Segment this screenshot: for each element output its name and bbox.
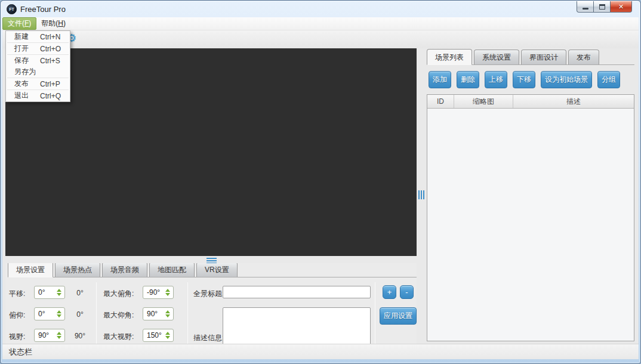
max-pitch-up-stepper[interactable]: 90° <box>143 307 174 320</box>
maximize-icon <box>599 4 605 10</box>
max-pitch-down-value: -90° <box>147 288 160 297</box>
tab-map-matching[interactable]: 地图匹配 <box>149 263 195 277</box>
move-up-button[interactable]: 上移 <box>485 71 507 88</box>
tab-scene-hotspots[interactable]: 场景热点 <box>55 263 100 277</box>
column-header-id[interactable]: ID <box>427 95 454 108</box>
fov-stepper[interactable]: 90° <box>34 329 65 342</box>
menu-item-label: 打开 <box>14 44 40 54</box>
minimize-icon <box>583 8 588 10</box>
tilt-label: 俯仰: <box>9 310 25 320</box>
menu-item-shortcut: Ctrl+S <box>40 57 60 65</box>
pano-title-input[interactable] <box>223 286 371 298</box>
pan-current-value: 0° <box>68 289 92 297</box>
app-logo-icon: FT <box>7 4 17 14</box>
pan-value: 0° <box>38 288 45 297</box>
menu-item-save[interactable]: 保存 Ctrl+S <box>6 55 70 66</box>
menu-help-label-close: ) <box>63 19 66 27</box>
menu-item-label: 发布 <box>14 79 40 89</box>
toolbar: ⚙ <box>2 30 639 48</box>
max-pitch-down-label: 最大俯角: <box>103 289 134 299</box>
menu-help[interactable]: 帮助(H) <box>36 17 70 30</box>
tilt-stepper[interactable]: 0° <box>34 307 65 320</box>
menu-item-new[interactable]: 新建 Ctrl+N <box>6 31 70 42</box>
window-controls: ✕ <box>577 1 632 13</box>
scene-table: ID 缩略图 描述 <box>427 94 634 341</box>
description-label: 描述信息: <box>193 333 224 343</box>
menu-file-label-close: ) <box>29 19 31 27</box>
window-title: FreeTour Pro <box>20 5 66 14</box>
zoom-out-button[interactable]: - <box>400 285 414 299</box>
max-fov-arrows-icon[interactable] <box>165 332 170 339</box>
close-icon: ✕ <box>618 4 624 10</box>
scene-list-toolbar: 添加 删除 上移 下移 设为初始场景 分组 <box>429 71 620 88</box>
pan-stepper[interactable]: 0° <box>34 286 65 299</box>
max-pitch-down-arrows-icon[interactable] <box>165 289 170 296</box>
tilt-value: 0° <box>38 310 45 318</box>
delete-scene-button[interactable]: 删除 <box>457 71 479 88</box>
fov-current-value: 90° <box>68 332 92 340</box>
status-text: 状态栏 <box>9 347 32 357</box>
max-fov-stepper[interactable]: 150° <box>143 329 174 342</box>
max-pitch-up-value: 90° <box>147 310 158 318</box>
max-pitch-up-arrows-icon[interactable] <box>165 310 170 317</box>
menu-bar: 文件(F) 帮助(H) <box>2 17 639 30</box>
menu-item-save-as[interactable]: 另存为 <box>6 66 70 78</box>
form-divider <box>96 282 97 344</box>
menu-file[interactable]: 文件(F) <box>2 17 36 30</box>
tab-system-settings[interactable]: 系统设置 <box>474 50 519 64</box>
pan-stepper-arrows-icon[interactable] <box>57 289 61 296</box>
titlebar[interactable]: FT FreeTour Pro ✕ <box>1 1 640 17</box>
move-down-button[interactable]: 下移 <box>513 71 535 88</box>
app-window: FT FreeTour Pro ✕ 文件(F) 帮助(H) ⚙ 场景列表 系统 <box>0 0 641 364</box>
form-divider <box>375 282 375 344</box>
menu-item-label: 新建 <box>14 32 40 42</box>
menu-item-label: 退出 <box>14 91 40 101</box>
minimize-button[interactable] <box>577 1 594 13</box>
tab-ui-design[interactable]: 界面设计 <box>521 50 566 64</box>
menu-item-open[interactable]: 打开 Ctrl+O <box>6 43 70 54</box>
fov-value: 90° <box>38 331 49 340</box>
zoom-in-button[interactable]: + <box>383 285 396 299</box>
pano-title-label: 全景标题: <box>193 289 224 299</box>
menu-item-exit[interactable]: 退出 Ctrl+Q <box>6 90 70 101</box>
form-divider <box>187 282 188 344</box>
apply-settings-button[interactable]: 应用设置 <box>380 307 417 325</box>
status-bar: 状态栏 <box>2 344 639 359</box>
tab-scene-audio[interactable]: 场景音频 <box>102 263 147 277</box>
description-textarea[interactable] <box>223 307 371 344</box>
group-button[interactable]: 分组 <box>597 71 620 88</box>
add-scene-button[interactable]: 添加 <box>429 71 451 88</box>
close-button[interactable]: ✕ <box>610 1 632 13</box>
vertical-splitter-grip-icon <box>418 190 424 199</box>
tab-publish[interactable]: 发布 <box>568 50 599 64</box>
max-pitch-up-label: 最大仰角: <box>103 310 134 320</box>
menu-item-label: 另存为 <box>14 67 40 77</box>
menu-item-shortcut: Ctrl+Q <box>40 92 61 100</box>
max-fov-label: 最大视野: <box>103 332 134 342</box>
max-pitch-down-stepper[interactable]: -90° <box>143 286 174 299</box>
fov-stepper-arrows-icon[interactable] <box>57 332 61 339</box>
fov-label: 视野: <box>9 332 25 342</box>
tab-scene-settings[interactable]: 场景设置 <box>8 263 53 277</box>
menu-item-shortcut: Ctrl+O <box>40 45 61 53</box>
column-header-thumbnail[interactable]: 缩略图 <box>454 95 513 108</box>
maximize-button[interactable] <box>593 1 611 13</box>
vertical-splitter[interactable] <box>417 48 424 344</box>
max-fov-value: 150° <box>147 331 162 340</box>
bottom-panel: 场景设置 场景热点 场景音频 地图匹配 VR设置 平移: 0° 0° 俯仰: 0… <box>5 263 417 344</box>
tab-vr-settings[interactable]: VR设置 <box>196 263 238 277</box>
tab-scene-list[interactable]: 场景列表 <box>427 49 472 65</box>
file-dropdown-menu: 新建 Ctrl+N 打开 Ctrl+O 保存 Ctrl+S 另存为 发布 Ctr… <box>5 30 70 102</box>
tilt-stepper-arrows-icon[interactable] <box>57 310 61 317</box>
right-panel-tabstrip: 场景列表 系统设置 界面设计 发布 <box>427 51 634 65</box>
right-panel: 场景列表 系统设置 界面设计 发布 添加 删除 上移 下移 设为初始场景 分组 … <box>424 48 636 344</box>
menu-item-publish[interactable]: 发布 Ctrl+P <box>6 78 70 90</box>
column-header-description[interactable]: 描述 <box>513 95 634 108</box>
set-initial-scene-button[interactable]: 设为初始场景 <box>541 71 592 88</box>
menu-item-shortcut: Ctrl+N <box>40 33 60 41</box>
horizontal-splitter[interactable] <box>5 256 417 263</box>
menu-item-shortcut: Ctrl+P <box>40 80 60 88</box>
tilt-current-value: 0° <box>68 310 92 319</box>
menu-file-label: 文件( <box>8 19 24 27</box>
bottom-panel-tabstrip: 场景设置 场景热点 场景音频 地图匹配 VR设置 <box>8 263 417 277</box>
